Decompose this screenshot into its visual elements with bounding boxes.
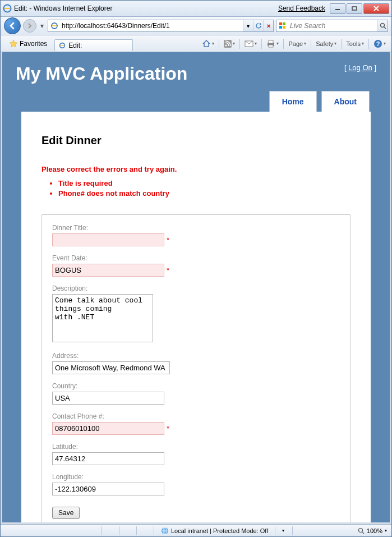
search-button[interactable]	[377, 20, 388, 31]
status-bar: Local intranet | Protected Mode: Off ▾ 1…	[1, 524, 391, 536]
addr-label: Address:	[52, 352, 340, 360]
svg-rect-7	[283, 26, 285, 29]
navigation-bar: ▾ ▾ ✕	[1, 17, 391, 35]
maximize-button[interactable]	[347, 3, 362, 14]
zoom-control[interactable]: 100% ▾	[353, 527, 391, 534]
page-viewport: My MVC Application [ Log On ] Home About…	[1, 52, 391, 524]
security-zone: Local intranet | Protected Mode: Off	[154, 527, 275, 535]
address-dropdown[interactable]: ▾	[243, 20, 253, 31]
addr-input[interactable]	[52, 361, 170, 374]
svg-point-11	[225, 44, 227, 46]
status-dropdown[interactable]: ▾	[275, 528, 292, 533]
error-list: Title is required Phone# does not match …	[58, 179, 351, 198]
svg-rect-2	[352, 7, 357, 10]
app-title: My MVC Application	[16, 63, 187, 84]
lon-input[interactable]	[52, 483, 164, 495]
page-icon	[50, 21, 59, 30]
country-input[interactable]	[52, 392, 164, 405]
svg-point-20	[358, 528, 362, 532]
svg-rect-14	[269, 40, 273, 43]
svg-rect-1	[335, 9, 340, 10]
required-marker: *	[167, 236, 169, 244]
required-marker: *	[167, 424, 169, 433]
search-bar	[276, 20, 388, 32]
lat-input[interactable]	[52, 452, 164, 465]
back-button[interactable]	[4, 17, 21, 34]
browser-tab[interactable]: Edit:	[54, 39, 133, 51]
home-button[interactable]: ▾	[200, 38, 216, 49]
svg-text:?: ?	[376, 40, 380, 47]
error-item: Phone# does not match country	[58, 189, 351, 198]
required-marker: *	[167, 266, 169, 274]
logon-link[interactable]: Log On	[348, 63, 372, 72]
svg-rect-4	[279, 22, 282, 25]
ie-icon	[3, 4, 12, 13]
help-button[interactable]: ?▾	[371, 38, 388, 49]
error-item: Title is required	[58, 179, 351, 187]
desc-label: Description:	[52, 284, 340, 292]
svg-point-8	[380, 24, 384, 27]
title-input[interactable]	[52, 233, 164, 246]
date-input[interactable]	[52, 264, 164, 277]
stop-button[interactable]: ✕	[263, 20, 273, 31]
nav-about[interactable]: About	[321, 91, 370, 112]
window-title: Edit: - Windows Internet Explorer	[14, 4, 278, 12]
search-input[interactable]	[289, 22, 377, 30]
content-panel: Edit Dinner Please correct the errors an…	[21, 112, 371, 524]
close-button[interactable]	[363, 3, 389, 14]
svg-rect-6	[279, 26, 282, 29]
phone-input[interactable]	[52, 422, 164, 435]
save-button[interactable]: Save	[52, 507, 80, 519]
mail-button[interactable]: ▾	[242, 39, 259, 48]
page-heading: Edit Dinner	[41, 134, 351, 147]
star-icon	[9, 39, 18, 48]
window-titlebar: Edit: - Windows Internet Explorer Send F…	[1, 1, 391, 17]
title-label: Dinner Title:	[52, 224, 340, 232]
lat-label: Latitude:	[52, 443, 340, 451]
minimize-button[interactable]	[330, 3, 345, 14]
address-input[interactable]	[61, 22, 243, 30]
tab-title: Edit:	[68, 42, 82, 49]
print-button[interactable]: ▾	[264, 39, 281, 49]
desc-textarea[interactable]: Come talk about cool things coming with …	[52, 294, 153, 342]
favorites-label: Favorites	[20, 40, 47, 48]
tools-menu[interactable]: Tools▾	[344, 39, 366, 48]
date-label: Event Date:	[52, 254, 340, 262]
bing-icon	[278, 21, 287, 30]
address-bar: ▾ ✕	[48, 20, 274, 32]
zoom-icon	[358, 527, 365, 534]
nav-home[interactable]: Home	[269, 91, 317, 112]
lon-label: Longitude:	[52, 473, 340, 481]
history-dropdown[interactable]: ▾	[39, 22, 45, 30]
refresh-button[interactable]	[253, 20, 263, 31]
safety-menu[interactable]: Safety▾	[313, 39, 339, 48]
svg-rect-15	[269, 45, 273, 47]
page-menu[interactable]: Page▾	[286, 39, 308, 48]
send-feedback-link[interactable]: Send Feedback	[278, 4, 325, 12]
intranet-icon	[161, 527, 169, 535]
feed-button[interactable]: ▾	[222, 39, 237, 49]
country-label: Country:	[52, 382, 340, 390]
svg-rect-5	[283, 22, 285, 25]
form-fieldset: Dinner Title: * Event Date: * Descriptio…	[41, 214, 351, 524]
favorites-button[interactable]: Favorites	[4, 38, 52, 50]
validation-summary: Please correct the errors and try again.	[41, 165, 351, 173]
tab-page-icon	[58, 42, 66, 49]
ie-toolbar: Favorites Edit: ▾ ▾ ▾ ▾ Page▾ Safety▾ To…	[1, 35, 391, 52]
logon-area: [ Log On ]	[344, 63, 376, 72]
phone-label: Contact Phone #:	[52, 412, 340, 420]
forward-button	[23, 19, 36, 33]
